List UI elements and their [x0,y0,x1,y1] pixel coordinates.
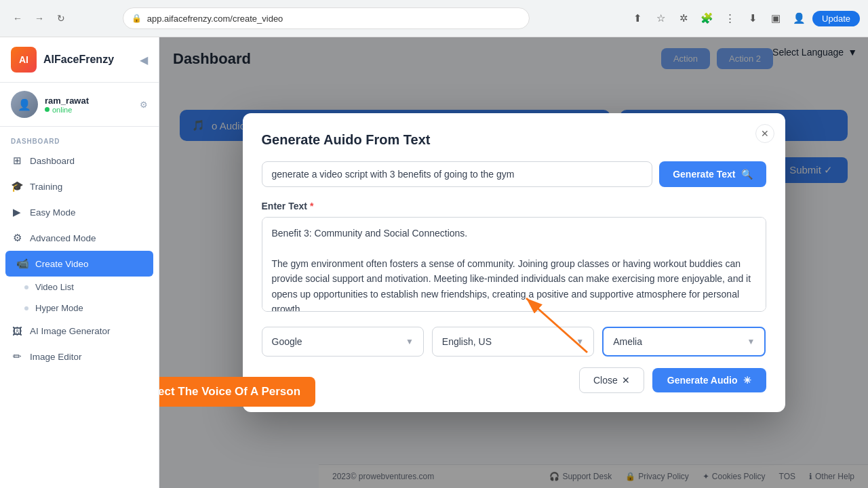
menu-icon[interactable]: ⋮ [720,9,739,28]
dropdowns-row: Google ▼ English, US ▼ Amelia ▼ [262,327,766,357]
generate-text-button[interactable]: Generate Text 🔍 [659,161,766,187]
sidebar-item-image-editor[interactable]: ✏ Image Editor [0,344,159,369]
generate-audio-label: Generate Audio [667,375,738,386]
chevron-down-icon: ▼ [747,337,755,346]
logo-text: AIFaceFrenzy [43,54,114,66]
sidebar-item-label: Easy Mode [30,207,76,218]
browser-bar: ← → ↻ 🔒 app.aifacefrenzy.com/create_vide… [0,0,868,37]
puzzle-icon[interactable]: 🧩 [697,9,716,28]
training-icon: 🎓 [11,180,23,192]
share-icon[interactable]: ⬆ [628,9,647,28]
prompt-input[interactable] [262,161,653,187]
voice-dropdown[interactable]: Amelia ▼ [602,327,766,357]
avatar: 👤 [11,91,38,118]
close-button[interactable]: Close ✕ [579,367,644,393]
tooltip-badge: Select The Voice Of A Person [159,377,315,407]
update-button[interactable]: Update [812,11,860,26]
create-video-icon: 📹 [16,258,28,270]
forward-button[interactable]: → [30,9,49,28]
generate-audio-modal: Generate Auido From Text ✕ Generate Text… [243,113,785,412]
download-icon[interactable]: ⬇ [743,9,762,28]
enter-text-label: Enter Text * [262,201,766,211]
sidebar-item-create-video[interactable]: 📹 Create Video [5,251,153,277]
provider-dropdown[interactable]: Google ▼ [262,327,424,357]
close-icon: ✕ [622,375,630,386]
bookmark-icon[interactable]: ☆ [651,9,670,28]
advanced-mode-icon: ⚙ [11,232,23,244]
back-button[interactable]: ← [8,9,27,28]
modal-footer: Select The Voice Of A Person Close ✕ Gen… [262,367,766,393]
sidebar-item-label: Advanced Mode [30,233,96,243]
generate-text-label: Generate Text [673,169,735,180]
language-dropdown[interactable]: English, US ▼ [432,327,594,357]
provider-value: Google [272,336,302,347]
sidebar-item-easy-mode[interactable]: ▶ Easy Mode [0,199,159,225]
modal-overlay: Generate Auido From Text ✕ Generate Text… [159,37,868,488]
prompt-row: Generate Text 🔍 [262,161,766,187]
easy-mode-icon: ▶ [11,206,23,218]
user-status: online [45,106,89,114]
sidebar-item-label: Image Editor [30,352,82,362]
sidebar-item-label: Video List [35,282,74,292]
sidebar-logo: AI AIFaceFrenzy ◀ [0,37,159,83]
close-label: Close [593,375,618,386]
extensions-icon[interactable]: ✲ [674,9,693,28]
chevron-down-icon: ▼ [406,337,414,346]
modal-title: Generate Auido From Text [262,132,766,148]
sidebar-user: 👤 ram_rawat online ⚙ [0,83,159,127]
username: ram_rawat [45,96,89,106]
sidebar-item-label: Training [30,182,62,192]
sub-item-dot [24,285,28,289]
profile-icon[interactable]: 👤 [789,9,808,28]
address-bar: 🔒 app.aifacefrenzy.com/create_video [123,7,530,29]
sidebar-item-advanced-mode[interactable]: ⚙ Advanced Mode [0,225,159,251]
sidebar-item-video-list[interactable]: Video List [0,277,159,298]
modal-close-button[interactable]: ✕ [755,124,774,143]
sidebar-item-label: Hyper Mode [35,303,83,313]
required-star: * [310,201,313,211]
sidebar: AI AIFaceFrenzy ◀ 👤 ram_rawat online ⚙ D… [0,37,159,488]
sidebar-item-dashboard[interactable]: ⊞ Dashboard [0,148,159,174]
nav-section-dashboard: DASHBOARD [0,132,159,148]
tooltip-label: Select The Voice Of A Person [159,385,300,398]
text-area[interactable]: Benefit 3: Community and Social Connecti… [262,217,766,312]
logo-icon: AI [11,47,37,73]
refresh-button[interactable]: ↻ [52,9,71,28]
sidebar-item-label: Create Video [35,259,89,269]
generate-audio-button[interactable]: Generate Audio ✳ [652,368,766,392]
voice-value: Amelia [613,336,642,347]
user-settings-icon[interactable]: ⚙ [140,100,148,110]
sidebar-icon[interactable]: ▣ [766,9,785,28]
ai-image-icon: 🖼 [11,325,23,337]
language-value: English, US [442,336,492,347]
sidebar-item-training[interactable]: 🎓 Training [0,174,159,199]
dashboard-icon: ⊞ [11,155,23,167]
sidebar-nav: DASHBOARD ⊞ Dashboard 🎓 Training ▶ Easy … [0,127,159,488]
sparkle-icon: ✳ [743,375,751,386]
sub-item-dot [24,306,28,310]
url-text: app.aifacefrenzy.com/create_video [147,14,521,24]
main-content: Select Language ▼ Dashboard Action Actio… [159,37,868,488]
status-dot [45,107,50,112]
lock-icon: 🔒 [132,14,142,23]
sidebar-item-label: AI Image Generator [30,326,111,336]
chevron-down-icon: ▼ [576,337,584,346]
image-editor-icon: ✏ [11,350,23,363]
sidebar-item-ai-image-generator[interactable]: 🖼 AI Image Generator [0,319,159,344]
sidebar-item-label: Dashboard [30,156,75,166]
sidebar-toggle[interactable]: ◀ [140,54,148,66]
search-icon: 🔍 [741,169,753,180]
sidebar-item-hyper-mode[interactable]: Hyper Mode [0,298,159,319]
